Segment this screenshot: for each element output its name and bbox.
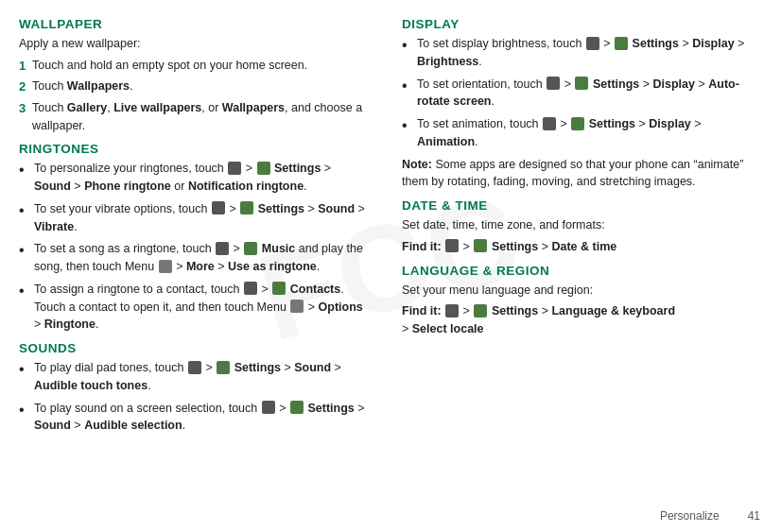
wallpaper-intro: Apply a new wallpaper: bbox=[19, 35, 370, 53]
ringtone-item-2: • To set your vibrate options, touch > S… bbox=[19, 200, 370, 236]
menu-icon bbox=[228, 162, 241, 175]
sounds-title: SOUNDS bbox=[19, 341, 370, 355]
menu-icon-6 bbox=[262, 401, 275, 414]
contacts-icon bbox=[272, 282, 286, 295]
ringtones-section: RINGTONES • To personalize your ringtone… bbox=[19, 142, 370, 334]
settings-icon bbox=[257, 162, 270, 175]
menu-icon-r3 bbox=[543, 117, 556, 130]
menu-icon-lang bbox=[445, 304, 459, 317]
page-container: WALLPAPER Apply a new wallpaper: 1 Touch… bbox=[0, 0, 781, 532]
menu-icon-3 bbox=[216, 242, 229, 255]
step3-text: Touch Gallery, Live wallpapers, or Wallp… bbox=[32, 99, 370, 135]
language-findit: Find it: > Settings > Language & keyboar… bbox=[402, 302, 761, 338]
menu-icon-5 bbox=[188, 361, 201, 374]
settings-icon-3 bbox=[217, 361, 230, 374]
menu-icon-dt bbox=[445, 239, 459, 252]
right-column: DISPLAY • To set display brightness, tou… bbox=[392, 17, 761, 519]
settings-icon-2 bbox=[240, 201, 253, 215]
display-note: Note: Some apps are designed so that you… bbox=[402, 156, 761, 192]
grid-icon-2 bbox=[290, 300, 304, 313]
datetime-findit: Find it: > Settings > Date & time bbox=[402, 238, 761, 256]
menu-icon-r1 bbox=[586, 37, 599, 50]
language-title: LANGUAGE & REGION bbox=[402, 264, 761, 278]
ringtone-item-1: • To personalize your ringtones, touch >… bbox=[19, 160, 370, 196]
settings-icon-r2 bbox=[575, 77, 588, 90]
ringtone-item-3: • To set a song as a ringtone, touch > M… bbox=[19, 240, 370, 276]
language-section: LANGUAGE & REGION Set your menu language… bbox=[402, 264, 761, 338]
language-intro: Set your menu language and region: bbox=[402, 282, 761, 300]
datetime-section: DATE & TIME Set date, time, time zone, a… bbox=[402, 198, 761, 256]
settings-icon-dt bbox=[474, 239, 487, 252]
wallpaper-step-2: 2 Touch Wallpapers. bbox=[19, 77, 370, 96]
display-title: DISPLAY bbox=[402, 17, 761, 31]
sounds-section: SOUNDS • To play dial pad tones, touch >… bbox=[19, 341, 370, 435]
menu-icon-4 bbox=[244, 282, 257, 295]
step2-text: Touch Wallpapers. bbox=[32, 77, 133, 95]
settings-icon-lang bbox=[474, 304, 487, 317]
display-item-3: • To set animation, touch > Settings > D… bbox=[402, 115, 761, 151]
settings-icon-r1 bbox=[615, 37, 628, 50]
settings-icon-r3 bbox=[571, 117, 584, 130]
step1-text: Touch and hold an empty spot on your hom… bbox=[32, 57, 307, 75]
display-item-1: • To set display brightness, touch > Set… bbox=[402, 35, 761, 71]
wallpaper-section: WALLPAPER Apply a new wallpaper: 1 Touch… bbox=[19, 17, 370, 134]
menu-icon-r2 bbox=[547, 77, 560, 90]
datetime-title: DATE & TIME bbox=[402, 198, 761, 213]
grid-icon bbox=[159, 260, 172, 273]
menu-icon-2 bbox=[212, 201, 225, 215]
music-icon bbox=[244, 242, 257, 255]
left-column: WALLPAPER Apply a new wallpaper: 1 Touch… bbox=[19, 17, 392, 519]
ringtone-item-4: • To assign a ringtone to a contact, tou… bbox=[19, 281, 370, 334]
wallpaper-title: WALLPAPER bbox=[19, 17, 370, 31]
sounds-item-1: • To play dial pad tones, touch > Settin… bbox=[19, 359, 370, 395]
wallpaper-step-3: 3 Touch Gallery, Live wallpapers, or Wal… bbox=[19, 99, 370, 135]
sounds-item-2: • To play sound on a screen selection, t… bbox=[19, 400, 370, 436]
display-item-2: • To set orientation, touch > Settings >… bbox=[402, 76, 761, 112]
settings-icon-4 bbox=[290, 401, 304, 414]
wallpaper-step-1: 1 Touch and hold an empty spot on your h… bbox=[19, 57, 370, 76]
display-section: DISPLAY • To set display brightness, tou… bbox=[402, 17, 761, 191]
datetime-intro: Set date, time, time zone, and formats: bbox=[402, 216, 761, 234]
ringtones-title: RINGTONES bbox=[19, 142, 370, 156]
